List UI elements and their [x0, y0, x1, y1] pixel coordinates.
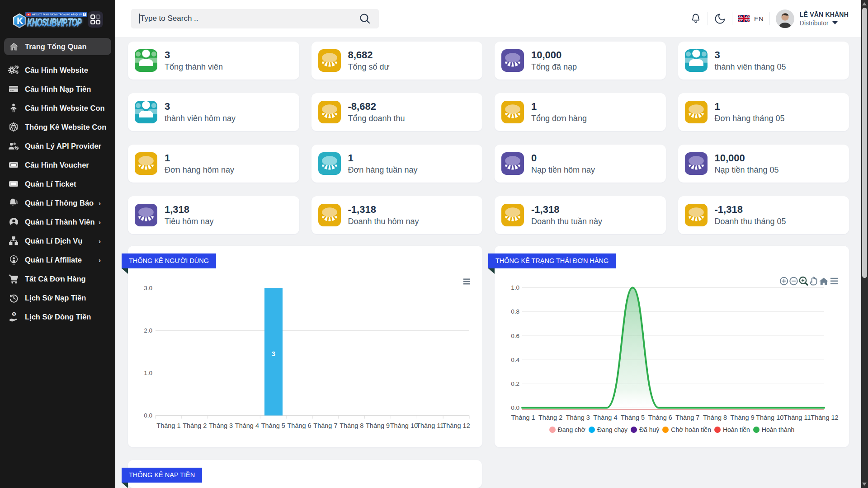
svg-text:0.0: 0.0: [511, 404, 519, 411]
svg-text:Tháng 2: Tháng 2: [538, 414, 562, 421]
svg-text:1.0: 1.0: [511, 284, 519, 291]
svg-text:Tháng 11: Tháng 11: [416, 422, 443, 429]
svg-text:Tháng 12: Tháng 12: [811, 414, 838, 421]
svg-text:0.6: 0.6: [511, 333, 519, 339]
svg-text:0.4: 0.4: [511, 357, 519, 363]
svg-text:Tháng 5: Tháng 5: [261, 422, 285, 429]
svg-text:2.0: 2.0: [144, 327, 152, 334]
svg-text:Tháng 4: Tháng 4: [235, 422, 259, 429]
svg-text:Tháng 10: Tháng 10: [756, 414, 783, 421]
svg-text:1.0: 1.0: [144, 370, 152, 376]
svg-text:Tháng 2: Tháng 2: [183, 422, 207, 429]
svg-text:Tháng 3: Tháng 3: [209, 422, 233, 429]
svg-text:$: $: [13, 312, 15, 316]
svg-text:Tháng 3: Tháng 3: [566, 414, 590, 421]
svg-text:Tháng 10: Tháng 10: [390, 422, 418, 429]
svg-text:Tháng 8: Tháng 8: [703, 414, 727, 421]
svg-text:Tháng 7: Tháng 7: [313, 422, 337, 429]
svg-text:Tháng 12: Tháng 12: [442, 422, 470, 429]
svg-text:Tháng 8: Tháng 8: [340, 422, 363, 429]
svg-text:3: 3: [272, 350, 275, 357]
svg-text:Tháng 9: Tháng 9: [366, 422, 390, 429]
svg-text:Tháng 1: Tháng 1: [511, 414, 535, 421]
svg-text:Tháng 1: Tháng 1: [156, 422, 180, 429]
svg-text:Tháng 7: Tháng 7: [675, 414, 699, 421]
svg-text:0.0: 0.0: [144, 412, 152, 419]
svg-text:0.8: 0.8: [511, 308, 519, 315]
svg-text:3.0: 3.0: [144, 285, 152, 291]
svg-text:0.2: 0.2: [511, 380, 519, 387]
svg-text:Tháng 4: Tháng 4: [593, 414, 617, 421]
svg-text:Tháng 6: Tháng 6: [648, 414, 672, 421]
svg-text:Tháng 9: Tháng 9: [730, 414, 754, 421]
svg-text:Tháng 6: Tháng 6: [287, 422, 311, 429]
svg-text:Tháng 11: Tháng 11: [783, 414, 811, 421]
svg-text:Tháng 5: Tháng 5: [621, 414, 645, 421]
